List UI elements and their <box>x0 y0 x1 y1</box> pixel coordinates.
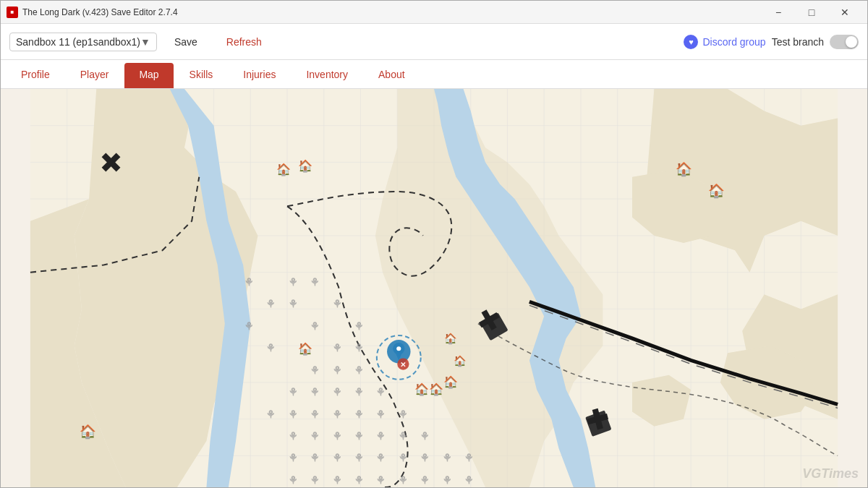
svg-text:🏠: 🏠 <box>80 424 96 440</box>
map-container[interactable]: ⚘ ⚘ ⚘ ⚘ ⚘ ⚘ ⚘ ⚘ ⚘ ⚘ ⚘ ⚘ ⚘ ⚘ ⚘ ⚘ ⚘ ⚘ ⚘ ⚘ <box>1 89 867 487</box>
svg-text:⚘: ⚘ <box>333 342 342 354</box>
svg-text:🏠: 🏠 <box>443 374 459 390</box>
svg-text:⚘: ⚘ <box>376 386 386 398</box>
tab-profile[interactable]: Profile <box>7 63 64 88</box>
test-branch-switch[interactable] <box>830 35 859 49</box>
svg-text:⚘: ⚘ <box>310 430 320 442</box>
svg-text:⚘: ⚘ <box>289 452 298 463</box>
toolbar: Sandbox 11 (ep1sandbox1) ▼ Save Refresh … <box>1 24 867 60</box>
svg-text:⚘: ⚘ <box>333 298 342 309</box>
svg-text:⚘: ⚘ <box>354 474 364 486</box>
tab-injuries[interactable]: Injuries <box>229 63 290 88</box>
svg-text:⚘: ⚘ <box>289 430 298 442</box>
tab-bar: Profile Player Map Skills Injuries Inven… <box>1 60 867 89</box>
svg-text:🏠: 🏠 <box>414 382 430 397</box>
svg-text:⚘: ⚘ <box>310 408 320 420</box>
svg-text:🏠: 🏠 <box>708 183 725 199</box>
window-title: The Long Dark (v.423) Save Editor 2.7.4 <box>22 7 762 17</box>
svg-text:⚘: ⚘ <box>333 430 342 442</box>
svg-text:⚘: ⚘ <box>354 320 364 332</box>
svg-text:⚘: ⚘ <box>399 430 408 442</box>
svg-text:⚘: ⚘ <box>376 408 386 420</box>
svg-text:🏠: 🏠 <box>298 158 313 174</box>
svg-text:🏠: 🏠 <box>676 161 692 177</box>
svg-text:⚘: ⚘ <box>310 452 320 463</box>
svg-text:🏠: 🏠 <box>276 162 292 177</box>
app-icon: ■ <box>7 7 18 18</box>
map-svg: ⚘ ⚘ ⚘ ⚘ ⚘ ⚘ ⚘ ⚘ ⚘ ⚘ ⚘ ⚘ ⚘ ⚘ ⚘ ⚘ ⚘ ⚘ ⚘ ⚘ <box>1 89 867 487</box>
svg-text:⚘: ⚘ <box>443 474 452 486</box>
tab-about[interactable]: About <box>364 63 420 88</box>
tab-skills[interactable]: Skills <box>175 63 228 88</box>
svg-text:⚘: ⚘ <box>266 408 276 420</box>
svg-text:⚘: ⚘ <box>289 298 298 309</box>
svg-point-106 <box>396 346 401 351</box>
close-button[interactable]: ✕ <box>828 1 861 24</box>
svg-text:⚘: ⚘ <box>333 452 342 463</box>
tab-map[interactable]: Map <box>124 63 173 88</box>
svg-text:⚘: ⚘ <box>399 474 408 486</box>
svg-text:⚘: ⚘ <box>333 386 342 398</box>
svg-text:⚘: ⚘ <box>310 276 320 288</box>
svg-text:✕: ✕ <box>400 361 406 369</box>
svg-text:⚘: ⚘ <box>310 320 320 332</box>
svg-text:⚘: ⚘ <box>244 276 254 288</box>
svg-text:⚘: ⚘ <box>376 430 386 442</box>
svg-text:⚘: ⚘ <box>266 298 276 309</box>
svg-text:🏠: 🏠 <box>444 332 457 345</box>
svg-text:⚘: ⚘ <box>420 474 430 486</box>
tab-inventory[interactable]: Inventory <box>292 63 362 88</box>
svg-text:⚘: ⚘ <box>420 452 430 463</box>
svg-text:⚘: ⚘ <box>354 386 364 398</box>
svg-text:⚘: ⚘ <box>266 342 276 354</box>
svg-text:⚘: ⚘ <box>333 408 342 420</box>
svg-text:⚘: ⚘ <box>310 474 320 486</box>
slot-dropdown[interactable]: Sandbox 11 (ep1sandbox1) ▼ <box>9 33 157 51</box>
svg-text:⚘: ⚘ <box>310 386 320 398</box>
svg-text:⚘: ⚘ <box>464 452 474 463</box>
slot-label: Sandbox 11 (ep1sandbox1) <box>16 36 140 48</box>
window-controls: − □ ✕ <box>762 1 861 24</box>
svg-text:🏠: 🏠 <box>298 341 313 356</box>
app-window: ■ The Long Dark (v.423) Save Editor 2.7.… <box>0 0 868 488</box>
test-branch-label: Test branch <box>772 36 824 48</box>
svg-text:⚘: ⚘ <box>464 474 474 486</box>
svg-text:⚘: ⚘ <box>289 408 298 420</box>
svg-text:⚘: ⚘ <box>376 474 386 486</box>
svg-text:⚘: ⚘ <box>289 276 298 288</box>
svg-text:⚘: ⚘ <box>354 342 364 354</box>
svg-text:⚘: ⚘ <box>244 320 254 332</box>
maximize-button[interactable]: □ <box>795 1 828 24</box>
svg-text:⚘: ⚘ <box>289 386 298 398</box>
svg-text:⚘: ⚘ <box>354 452 364 463</box>
svg-text:⚘: ⚘ <box>333 474 342 486</box>
svg-text:⚘: ⚘ <box>354 364 364 376</box>
title-bar: ■ The Long Dark (v.423) Save Editor 2.7.… <box>1 1 867 24</box>
svg-text:⚘: ⚘ <box>333 364 342 376</box>
svg-text:⚘: ⚘ <box>354 430 364 442</box>
svg-text:🏠: 🏠 <box>454 354 467 367</box>
discord-label: Discord group <box>702 36 765 48</box>
svg-text:⚘: ⚘ <box>289 474 298 486</box>
discord-icon: ♥ <box>684 35 698 49</box>
save-button[interactable]: Save <box>163 32 209 52</box>
svg-text:⚘: ⚘ <box>399 452 408 463</box>
minimize-button[interactable]: − <box>762 1 795 24</box>
svg-text:🏠: 🏠 <box>429 382 444 397</box>
discord-link[interactable]: ♥ Discord group <box>684 35 765 49</box>
svg-text:⚘: ⚘ <box>443 452 452 463</box>
refresh-button[interactable]: Refresh <box>215 32 273 52</box>
svg-text:⚘: ⚘ <box>399 408 408 420</box>
svg-text:⚘: ⚘ <box>420 430 430 442</box>
svg-text:⚘: ⚘ <box>354 408 364 420</box>
dropdown-arrow-icon: ▼ <box>140 36 150 48</box>
test-branch-toggle: Test branch <box>772 35 859 49</box>
tab-player[interactable]: Player <box>66 63 124 88</box>
svg-text:⚘: ⚘ <box>310 364 320 376</box>
svg-text:⚘: ⚘ <box>376 452 386 463</box>
